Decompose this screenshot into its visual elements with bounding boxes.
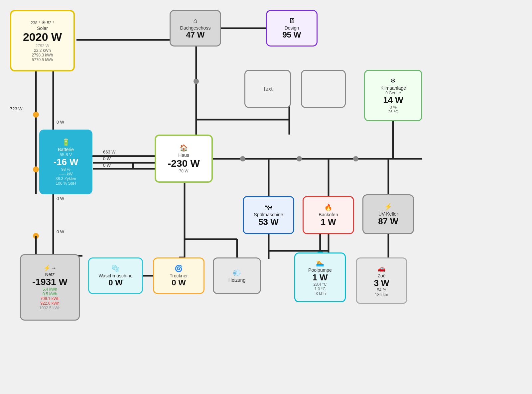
trockner-icon: 🌀 <box>175 264 183 272</box>
svg-point-17 <box>353 156 358 161</box>
uvkeller-node[interactable]: ⚡ UV-Keller 87 W <box>362 194 414 234</box>
design-title: Design <box>285 25 299 31</box>
solar-sub2: 22.2 kWh <box>34 48 51 53</box>
batterie-sub3: 38.3 Zyklen <box>56 176 76 181</box>
netz-icon: ⚡→ <box>43 264 57 272</box>
spuelmaschine-title: Spülmaschine <box>254 212 283 217</box>
textbox2-node[interactable] <box>301 70 346 108</box>
zoe-sub1: 54 % <box>377 288 386 292</box>
diagram: 238 ° ☀ 52 ° Solar 2020 W 2792 W 22.2 kW… <box>0 0 532 394</box>
solar-temp1: 238 ° <box>31 21 40 25</box>
backofen-node[interactable]: 🔥 Backofen 1 W <box>303 196 354 234</box>
netz-green1: 5.4 kWh <box>43 287 57 292</box>
haus-icon: 🏠 <box>180 144 188 152</box>
klimaanlage-sub3: 26 °C <box>388 110 398 114</box>
backofen-power: 1 W <box>321 217 336 227</box>
svg-point-4 <box>33 166 39 172</box>
svg-point-5 <box>33 233 39 239</box>
zoe-icon: 🚗 <box>377 264 386 272</box>
solar-sub1: 2792 W <box>36 44 49 48</box>
batterie-power: -16 W <box>54 157 78 167</box>
spuelmaschine-power: 53 W <box>258 217 279 227</box>
label-0w-top: 0 W <box>57 120 64 125</box>
label-663w: 663 W <box>103 149 116 154</box>
klimaanlage-node[interactable]: ❄ Klimaanlage 0 Geräte 14 W 0 % 26 °C <box>364 70 422 121</box>
dachgeschoss-power: 47 W <box>186 31 204 39</box>
label-0w-bot: 0 W <box>57 229 64 234</box>
poolpumpe-sub2: 1.0 °C <box>315 287 326 291</box>
svg-point-3 <box>33 112 39 118</box>
haus-title: Haus <box>178 152 189 158</box>
poolpumpe-sub1: 28.4 °C <box>313 282 327 287</box>
klimaanlage-icon: ❄ <box>390 77 396 85</box>
design-power: 95 W <box>282 31 301 39</box>
poolpumpe-node[interactable]: 🏊 Poolpumpe 1 W 28.4 °C 1.0 °C -3 kPa <box>294 252 346 302</box>
netz-gray1: 1902.5 kWh <box>39 306 61 310</box>
batterie-node[interactable]: 🔋 Batterie 55.8 V -16 W 98 % ----- kW 38… <box>39 130 92 194</box>
design-icon: 🖥 <box>289 17 295 25</box>
svg-point-7 <box>194 79 199 84</box>
klimaanlage-sub1: 0 Geräte <box>385 91 401 95</box>
waschmaschine-node[interactable]: 🫧 Waschmaschine 0 W <box>88 257 143 294</box>
solar-title: Solar <box>37 26 48 31</box>
uvkeller-power: 87 W <box>378 217 398 226</box>
poolpumpe-power: 1 W <box>312 273 328 282</box>
dachgeschoss-title: Dachgeschoss <box>180 25 211 31</box>
haus-sub1: 70 W <box>179 169 188 173</box>
trockner-node[interactable]: 🌀 Trockner 0 W <box>153 257 204 294</box>
batterie-voltage: 55.8 V <box>60 152 72 157</box>
solar-temps: 238 ° ☀ 52 ° <box>31 19 54 26</box>
dachgeschoss-node[interactable]: ⌂ Dachgeschoss 47 W <box>170 10 221 47</box>
svg-point-16 <box>297 156 302 161</box>
textbox1-label: Text <box>263 86 272 92</box>
batterie-sub2: ----- kW <box>59 172 73 176</box>
netz-red1: 709.1 kWh <box>40 296 59 301</box>
label-0w-haus2: 0 W <box>103 156 111 161</box>
dachgeschoss-icon: ⌂ <box>193 17 197 25</box>
design-node[interactable]: 🖥 Design 95 W <box>266 10 318 47</box>
netz-title: Netz <box>45 272 55 277</box>
svg-point-15 <box>240 156 245 161</box>
heizung-node[interactable]: 💨 Heizung <box>213 257 261 294</box>
batterie-sub4: 100 % SoH <box>56 181 76 186</box>
textbox1-node[interactable]: Text <box>244 70 291 108</box>
solar-power: 2020 W <box>23 31 62 43</box>
poolpumpe-icon: 🏊 <box>316 259 324 267</box>
zoe-sub2: 186 km <box>375 292 388 297</box>
waschmaschine-icon: 🫧 <box>111 264 120 272</box>
solar-temp2: 52 ° <box>47 21 54 25</box>
uvkeller-icon: ⚡ <box>384 203 392 211</box>
waschmaschine-power: 0 W <box>108 278 123 287</box>
heizung-icon: 💨 <box>233 269 241 277</box>
klimaanlage-title: Klimaanlage <box>380 85 406 91</box>
batterie-title: Batterie <box>58 147 74 152</box>
backofen-icon: 🔥 <box>324 203 332 211</box>
trockner-power: 0 W <box>172 278 186 287</box>
solar-sub4: 5770.5 kWh <box>32 57 53 62</box>
waschmaschine-title: Waschmaschine <box>98 273 132 278</box>
haus-node[interactable]: 🏠 Haus -230 W 70 W <box>155 135 213 183</box>
label-723w: 723 W <box>10 106 23 111</box>
klimaanlage-sub2: 0 % <box>390 105 397 110</box>
haus-power: -230 W <box>168 158 200 169</box>
batterie-icon: 🔋 <box>62 138 70 146</box>
solar-node[interactable]: 238 ° ☀ 52 ° Solar 2020 W 2792 W 22.2 kW… <box>10 10 75 71</box>
heizung-title: Heizung <box>228 277 245 283</box>
netz-red2: 922.6 kWh <box>40 301 59 306</box>
netz-power: -1931 W <box>32 277 67 287</box>
label-0w-mid: 0 W <box>57 196 64 201</box>
label-0w-haus3: 0 W <box>103 163 111 168</box>
uvkeller-title: UV-Keller <box>378 211 398 217</box>
zoe-power: 3 W <box>374 278 389 288</box>
netz-green2: 0.5 kWh <box>43 292 57 296</box>
spuelmaschine-node[interactable]: 🍽 Spülmaschine 53 W <box>243 196 294 234</box>
solar-sub3: 2798.3 kWh <box>32 53 53 57</box>
klimaanlage-power: 14 W <box>383 95 403 105</box>
zoe-node[interactable]: 🚗 Zoë 3 W 54 % 186 km <box>356 257 407 304</box>
spuelmaschine-icon: 🍽 <box>265 204 272 211</box>
zoe-title: Zoë <box>377 273 385 278</box>
batterie-sub1: 98 % <box>61 167 70 172</box>
backofen-title: Backofen <box>319 212 338 217</box>
poolpumpe-sub3: -3 kPa <box>314 291 326 296</box>
netz-node[interactable]: ⚡→ Netz -1931 W 5.4 kWh 0.5 kWh 709.1 kW… <box>20 254 80 321</box>
